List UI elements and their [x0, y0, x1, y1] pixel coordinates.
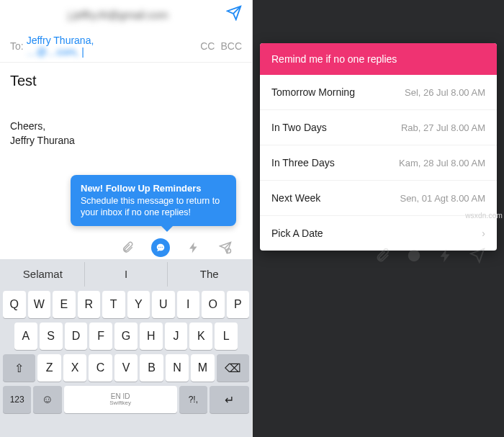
to-email: …@…com, [27, 46, 79, 58]
tooltip-title: New! Follow Up Reminders [81, 182, 226, 195]
reminder-option-label: In Two Days [271, 122, 401, 133]
body-field[interactable]: Cheers, Jeffry Thurana [0, 95, 252, 153]
compose-screen: j.jeffry.th@gmail.com To: Jeffry Thurana… [0, 0, 252, 437]
compose-topbar: j.jeffry.th@gmail.com [0, 0, 252, 29]
key-m[interactable]: M [191, 354, 214, 382]
compose-iconbar [0, 232, 252, 261]
compose-iconbar-dimmed [253, 243, 504, 268]
key-row-4: 123 ☺ EN ID Swiftkey ?!, ↵ [1, 386, 251, 413]
pick-a-date-label: Pick A Date [271, 227, 482, 239]
to-recipients[interactable]: Jeffry Thurana, …@…com, | [27, 35, 195, 58]
key-l[interactable]: L [215, 323, 238, 350]
reminder-option[interactable]: In Three DaysKam, 28 Jul 8.00 AM [260, 145, 497, 180]
emoji-key[interactable]: ☺ [33, 386, 61, 413]
reminder-option-label: In Three Days [271, 157, 399, 168]
signature-line2: Jeffry Thurana [10, 134, 242, 148]
to-label: To: [10, 40, 24, 52]
subject-field[interactable]: Test [0, 63, 252, 95]
key-i[interactable]: I [177, 291, 200, 318]
reminder-sheet: Remind me if no one replies Tomorrow Mor… [260, 43, 497, 251]
cc-button[interactable]: CC [200, 40, 215, 52]
reminder-option-time: Sel, 26 Jul 8.00 AM [405, 87, 485, 98]
key-u[interactable]: U [152, 291, 175, 318]
chat-bubble-icon [406, 248, 422, 263]
signature-line1: Cheers, [10, 120, 242, 134]
keyboard: Selamat I The QWERTYUIOP ASDFGHJKL ⇧ ZXC… [0, 259, 252, 437]
bcc-button[interactable]: BCC [220, 40, 242, 52]
key-q[interactable]: Q [3, 291, 26, 318]
reminder-option-time: Rab, 27 Jul 8.00 AM [401, 122, 485, 133]
key-c[interactable]: C [89, 354, 112, 382]
bolt-icon [438, 248, 454, 263]
key-t[interactable]: T [102, 291, 125, 318]
key-row-1: QWERTYUIOP [1, 291, 251, 318]
key-n[interactable]: N [166, 354, 189, 382]
send-later-icon[interactable] [217, 240, 233, 256]
reminder-option-label: Next Week [271, 192, 400, 204]
prediction-1[interactable]: Selamat [1, 262, 84, 287]
key-j[interactable]: J [165, 323, 188, 350]
from-address: j.jeffry.th@gmail.com [10, 9, 226, 21]
key-row-3: ⇧ ZXCVBNM ⌫ [1, 354, 251, 382]
key-v[interactable]: V [114, 354, 138, 382]
key-o[interactable]: O [202, 291, 225, 318]
send-later-icon [469, 248, 485, 263]
key-x[interactable]: X [63, 354, 86, 382]
bolt-icon[interactable] [186, 240, 202, 256]
numeric-key[interactable]: 123 [3, 386, 31, 413]
key-f[interactable]: F [89, 323, 112, 350]
key-a[interactable]: A [14, 323, 37, 350]
key-z[interactable]: Z [37, 354, 60, 382]
reminder-option[interactable]: In Two DaysRab, 27 Jul 8.00 AM [260, 109, 497, 145]
key-k[interactable]: K [189, 323, 212, 350]
space-bottom: Swiftkey [109, 400, 131, 407]
svg-point-4 [408, 250, 420, 262]
svg-point-1 [160, 247, 161, 248]
svg-point-2 [162, 247, 163, 248]
prediction-bar: Selamat I The [1, 262, 251, 287]
reminder-option[interactable]: Tomorrow MorningSel, 26 Jul 8.00 AM [260, 75, 497, 109]
backspace-key[interactable]: ⌫ [217, 354, 249, 382]
prediction-2[interactable]: I [84, 262, 168, 287]
key-row-2: ASDFGHJKL [1, 323, 251, 350]
key-y[interactable]: Y [127, 291, 150, 318]
to-name: Jeffry Thurana, [27, 35, 94, 46]
key-b[interactable]: B [140, 354, 163, 382]
sheet-title: Remind me if no one replies [260, 43, 497, 75]
reminder-option-label: Tomorrow Morning [271, 86, 405, 98]
attachment-icon [374, 248, 390, 263]
chevron-right-icon: › [482, 227, 485, 239]
to-cursor: | [81, 46, 84, 58]
key-s[interactable]: S [40, 323, 63, 350]
reminder-option[interactable]: Next WeekSen, 01 Agt 8.00 AM [260, 180, 497, 215]
tooltip-body: Schedule this message to return to your … [81, 196, 220, 218]
punct-key[interactable]: ?!, [179, 386, 207, 413]
prediction-3[interactable]: The [167, 262, 251, 287]
key-h[interactable]: H [140, 323, 163, 350]
enter-key[interactable]: ↵ [210, 386, 249, 413]
attachment-icon[interactable] [120, 240, 135, 256]
space-key[interactable]: EN ID Swiftkey [64, 386, 177, 413]
key-p[interactable]: P [227, 291, 250, 318]
key-r[interactable]: R [78, 291, 101, 318]
reminder-option-time: Kam, 28 Jul 8.00 AM [399, 158, 485, 168]
reminder-option-time: Sen, 01 Agt 8.00 AM [400, 193, 485, 204]
chat-bubble-icon[interactable] [151, 238, 170, 257]
key-e[interactable]: E [53, 291, 76, 318]
followup-tooltip: New! Follow Up Reminders Schedule this m… [71, 175, 236, 226]
key-d[interactable]: D [65, 323, 88, 350]
watermark: wsxdn.com [465, 212, 503, 220]
to-row[interactable]: To: Jeffry Thurana, …@…com, | CC BCC [0, 29, 252, 63]
shift-key[interactable]: ⇧ [3, 354, 35, 382]
send-icon[interactable] [226, 5, 242, 24]
svg-point-0 [158, 247, 159, 248]
reminder-screen: ✕ y.jeffry.th@gmail.com Remind me if no … [252, 0, 504, 437]
key-w[interactable]: W [28, 291, 51, 318]
key-g[interactable]: G [114, 323, 138, 350]
